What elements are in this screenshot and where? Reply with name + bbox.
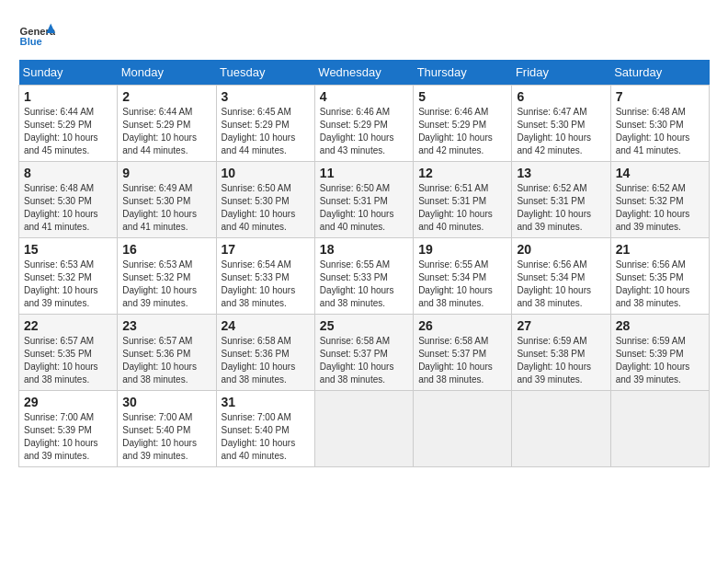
day-number: 17 bbox=[222, 242, 310, 257]
day-number: 14 bbox=[616, 166, 704, 180]
header-saturday: Saturday bbox=[610, 60, 709, 86]
day-number: 3 bbox=[222, 89, 310, 104]
day-number: 13 bbox=[517, 166, 605, 180]
day-number: 11 bbox=[320, 166, 408, 180]
day-number: 12 bbox=[418, 166, 506, 180]
day-number: 5 bbox=[418, 89, 506, 104]
day-number: 27 bbox=[517, 318, 605, 333]
header-monday: Monday bbox=[118, 60, 216, 86]
calendar-cell: 27Sunrise: 6:59 AMSunset: 5:38 PMDayligh… bbox=[512, 315, 610, 391]
day-info: Sunrise: 6:49 AMSunset: 5:30 PMDaylight:… bbox=[122, 182, 210, 234]
calendar-cell: 25Sunrise: 6:58 AMSunset: 5:37 PMDayligh… bbox=[314, 315, 413, 391]
day-info: Sunrise: 6:48 AMSunset: 5:30 PMDaylight:… bbox=[616, 106, 704, 157]
day-number: 15 bbox=[24, 242, 112, 257]
day-info: Sunrise: 7:00 AMSunset: 5:40 PMDaylight:… bbox=[222, 411, 310, 463]
calendar-cell: 9Sunrise: 6:49 AMSunset: 5:30 PMDaylight… bbox=[118, 162, 216, 238]
day-info: Sunrise: 6:57 AMSunset: 5:35 PMDaylight:… bbox=[24, 335, 112, 386]
day-info: Sunrise: 6:51 AMSunset: 5:31 PMDaylight:… bbox=[418, 182, 506, 234]
day-info: Sunrise: 6:59 AMSunset: 5:38 PMDaylight:… bbox=[517, 335, 605, 386]
calendar-cell: 6Sunrise: 6:47 AMSunset: 5:30 PMDaylight… bbox=[512, 86, 610, 162]
day-info: Sunrise: 7:00 AMSunset: 5:39 PMDaylight:… bbox=[24, 411, 112, 463]
calendar-cell bbox=[414, 391, 512, 467]
calendar-cell: 11Sunrise: 6:50 AMSunset: 5:31 PMDayligh… bbox=[314, 162, 413, 238]
logo: General Blue bbox=[18, 18, 59, 51]
calendar-cell: 31Sunrise: 7:00 AMSunset: 5:40 PMDayligh… bbox=[216, 391, 314, 467]
calendar-cell: 2Sunrise: 6:44 AMSunset: 5:29 PMDaylight… bbox=[118, 86, 216, 162]
calendar-cell: 26Sunrise: 6:58 AMSunset: 5:37 PMDayligh… bbox=[414, 315, 512, 391]
calendar-row: 15Sunrise: 6:53 AMSunset: 5:32 PMDayligh… bbox=[19, 238, 710, 315]
calendar-cell bbox=[314, 391, 413, 467]
day-number: 9 bbox=[122, 166, 210, 180]
calendar-cell: 22Sunrise: 6:57 AMSunset: 5:35 PMDayligh… bbox=[19, 315, 118, 391]
calendar-cell: 28Sunrise: 6:59 AMSunset: 5:39 PMDayligh… bbox=[610, 315, 709, 391]
svg-text:Blue: Blue bbox=[20, 36, 42, 47]
day-info: Sunrise: 6:45 AMSunset: 5:29 PMDaylight:… bbox=[222, 106, 310, 157]
day-number: 23 bbox=[122, 318, 210, 333]
day-info: Sunrise: 6:56 AMSunset: 5:34 PMDaylight:… bbox=[517, 259, 605, 310]
day-info: Sunrise: 6:58 AMSunset: 5:37 PMDaylight:… bbox=[320, 335, 408, 386]
calendar-cell: 5Sunrise: 6:46 AMSunset: 5:29 PMDaylight… bbox=[414, 86, 512, 162]
day-number: 7 bbox=[616, 89, 704, 104]
day-info: Sunrise: 6:50 AMSunset: 5:31 PMDaylight:… bbox=[320, 182, 408, 234]
day-info: Sunrise: 6:53 AMSunset: 5:32 PMDaylight:… bbox=[24, 259, 112, 310]
calendar-cell: 8Sunrise: 6:48 AMSunset: 5:30 PMDaylight… bbox=[19, 162, 118, 238]
day-info: Sunrise: 6:54 AMSunset: 5:33 PMDaylight:… bbox=[222, 259, 310, 310]
calendar-cell bbox=[512, 391, 610, 467]
day-info: Sunrise: 6:48 AMSunset: 5:30 PMDaylight:… bbox=[24, 182, 112, 234]
day-info: Sunrise: 6:59 AMSunset: 5:39 PMDaylight:… bbox=[616, 335, 704, 386]
day-number: 8 bbox=[24, 166, 112, 180]
day-info: Sunrise: 6:55 AMSunset: 5:33 PMDaylight:… bbox=[320, 259, 408, 310]
day-info: Sunrise: 6:56 AMSunset: 5:35 PMDaylight:… bbox=[616, 259, 704, 310]
calendar-cell: 20Sunrise: 6:56 AMSunset: 5:34 PMDayligh… bbox=[512, 238, 610, 315]
day-info: Sunrise: 6:58 AMSunset: 5:37 PMDaylight:… bbox=[418, 335, 506, 386]
calendar-cell: 3Sunrise: 6:45 AMSunset: 5:29 PMDaylight… bbox=[216, 86, 314, 162]
calendar-header-row: SundayMondayTuesdayWednesdayThursdayFrid… bbox=[19, 60, 710, 86]
day-info: Sunrise: 6:47 AMSunset: 5:30 PMDaylight:… bbox=[517, 106, 605, 157]
header-thursday: Thursday bbox=[414, 60, 512, 86]
day-info: Sunrise: 6:52 AMSunset: 5:31 PMDaylight:… bbox=[517, 182, 605, 234]
page-header: General Blue bbox=[18, 18, 710, 51]
day-number: 1 bbox=[24, 89, 112, 104]
calendar-cell: 15Sunrise: 6:53 AMSunset: 5:32 PMDayligh… bbox=[19, 238, 118, 315]
day-number: 24 bbox=[222, 318, 310, 333]
day-number: 2 bbox=[122, 89, 210, 104]
day-info: Sunrise: 6:53 AMSunset: 5:32 PMDaylight:… bbox=[122, 259, 210, 310]
calendar-row: 1Sunrise: 6:44 AMSunset: 5:29 PMDaylight… bbox=[19, 86, 710, 162]
day-number: 20 bbox=[517, 242, 605, 257]
calendar-cell: 23Sunrise: 6:57 AMSunset: 5:36 PMDayligh… bbox=[118, 315, 216, 391]
day-info: Sunrise: 6:46 AMSunset: 5:29 PMDaylight:… bbox=[418, 106, 506, 157]
header-friday: Friday bbox=[512, 60, 610, 86]
day-number: 4 bbox=[320, 89, 408, 104]
calendar-cell: 24Sunrise: 6:58 AMSunset: 5:36 PMDayligh… bbox=[216, 315, 314, 391]
calendar-cell: 10Sunrise: 6:50 AMSunset: 5:30 PMDayligh… bbox=[216, 162, 314, 238]
day-info: Sunrise: 6:52 AMSunset: 5:32 PMDaylight:… bbox=[616, 182, 704, 234]
day-info: Sunrise: 7:00 AMSunset: 5:40 PMDaylight:… bbox=[122, 411, 210, 463]
calendar-cell: 30Sunrise: 7:00 AMSunset: 5:40 PMDayligh… bbox=[118, 391, 216, 467]
day-info: Sunrise: 6:58 AMSunset: 5:36 PMDaylight:… bbox=[222, 335, 310, 386]
calendar-cell: 12Sunrise: 6:51 AMSunset: 5:31 PMDayligh… bbox=[414, 162, 512, 238]
calendar-cell: 4Sunrise: 6:46 AMSunset: 5:29 PMDaylight… bbox=[314, 86, 413, 162]
calendar-cell: 16Sunrise: 6:53 AMSunset: 5:32 PMDayligh… bbox=[118, 238, 216, 315]
day-info: Sunrise: 6:46 AMSunset: 5:29 PMDaylight:… bbox=[320, 106, 408, 157]
calendar-cell: 7Sunrise: 6:48 AMSunset: 5:30 PMDaylight… bbox=[610, 86, 709, 162]
calendar-cell: 13Sunrise: 6:52 AMSunset: 5:31 PMDayligh… bbox=[512, 162, 610, 238]
day-info: Sunrise: 6:50 AMSunset: 5:30 PMDaylight:… bbox=[222, 182, 310, 234]
header-sunday: Sunday bbox=[19, 60, 118, 86]
day-number: 21 bbox=[616, 242, 704, 257]
header-tuesday: Tuesday bbox=[216, 60, 314, 86]
day-info: Sunrise: 6:44 AMSunset: 5:29 PMDaylight:… bbox=[24, 106, 112, 157]
day-number: 18 bbox=[320, 242, 408, 257]
calendar-cell: 1Sunrise: 6:44 AMSunset: 5:29 PMDaylight… bbox=[19, 86, 118, 162]
logo-icon: General Blue bbox=[18, 18, 55, 51]
calendar-row: 29Sunrise: 7:00 AMSunset: 5:39 PMDayligh… bbox=[19, 391, 710, 467]
calendar-cell bbox=[610, 391, 709, 467]
day-number: 30 bbox=[122, 395, 210, 409]
day-number: 26 bbox=[418, 318, 506, 333]
calendar-cell: 14Sunrise: 6:52 AMSunset: 5:32 PMDayligh… bbox=[610, 162, 709, 238]
calendar-row: 22Sunrise: 6:57 AMSunset: 5:35 PMDayligh… bbox=[19, 315, 710, 391]
day-info: Sunrise: 6:57 AMSunset: 5:36 PMDaylight:… bbox=[122, 335, 210, 386]
day-info: Sunrise: 6:55 AMSunset: 5:34 PMDaylight:… bbox=[418, 259, 506, 310]
header-wednesday: Wednesday bbox=[314, 60, 413, 86]
calendar-cell: 21Sunrise: 6:56 AMSunset: 5:35 PMDayligh… bbox=[610, 238, 709, 315]
day-number: 6 bbox=[517, 89, 605, 104]
